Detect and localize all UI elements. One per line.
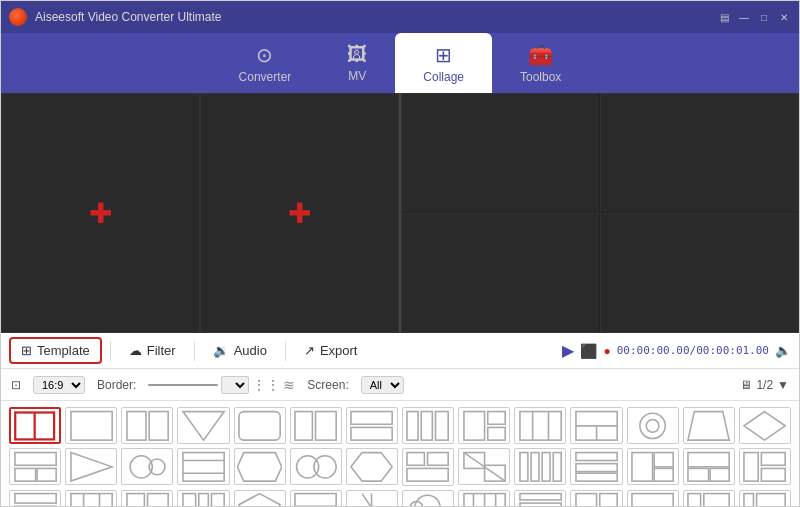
ratio-select[interactable]: 16:9 4:3 1:1 xyxy=(33,376,85,394)
svg-marker-35 xyxy=(237,453,281,482)
template-item-11[interactable] xyxy=(570,407,622,444)
template-item-33[interactable] xyxy=(234,490,286,507)
template-item-40[interactable] xyxy=(627,490,679,507)
video-panel-4[interactable] xyxy=(600,93,799,213)
tab-toolbox-label: Toolbox xyxy=(520,70,561,84)
template-button[interactable]: ⊞ Template xyxy=(9,337,102,364)
template-item-9[interactable] xyxy=(458,407,510,444)
page-chevron[interactable]: ▼ xyxy=(777,378,789,392)
template-item-4[interactable] xyxy=(177,407,229,444)
template-item-20[interactable] xyxy=(290,448,342,485)
template-item-13[interactable] xyxy=(683,407,735,444)
svg-rect-73 xyxy=(211,494,224,506)
maximize-button[interactable]: □ xyxy=(757,10,771,24)
template-item-18[interactable] xyxy=(177,448,229,485)
message-icon[interactable]: ▤ xyxy=(717,10,731,24)
tab-converter-label: Converter xyxy=(239,70,292,84)
tab-collage[interactable]: ⊞ Collage xyxy=(395,33,492,93)
tab-toolbox[interactable]: 🧰 Toolbox xyxy=(492,33,589,93)
toolbar-export-button[interactable]: ↗ Export xyxy=(294,339,368,362)
template-item-12[interactable] xyxy=(627,407,679,444)
svg-marker-5 xyxy=(183,411,224,440)
template-item-27[interactable] xyxy=(683,448,735,485)
record-button[interactable]: ● xyxy=(603,344,610,358)
filter-icon: ☁ xyxy=(129,343,142,358)
divider-1 xyxy=(110,341,111,361)
template-item-24[interactable] xyxy=(514,448,566,485)
tab-collage-label: Collage xyxy=(423,70,464,84)
template-item-31[interactable] xyxy=(121,490,173,507)
svg-rect-87 xyxy=(520,494,561,500)
template-item-2[interactable] xyxy=(65,407,117,444)
bottom-panel: ⊞ Template ☁ Filter 🔉 Audio ↗ Export xyxy=(1,333,799,506)
play-button[interactable]: ▶ xyxy=(562,341,574,360)
volume-icon[interactable]: 🔈 xyxy=(775,343,791,358)
template-item-3[interactable] xyxy=(121,407,173,444)
preview-area: ✚ ✚ xyxy=(1,93,799,333)
template-item-35[interactable] xyxy=(346,490,398,507)
svg-rect-51 xyxy=(576,473,617,481)
tab-converter[interactable]: ⊙ Converter xyxy=(211,33,320,93)
template-item-29[interactable] xyxy=(9,490,61,507)
svg-rect-94 xyxy=(632,494,673,506)
template-item-17[interactable] xyxy=(121,448,173,485)
border-stripes-button[interactable]: ≋ xyxy=(283,377,295,393)
svg-rect-47 xyxy=(542,453,550,482)
minimize-button[interactable]: — xyxy=(737,10,751,24)
template-item-6[interactable] xyxy=(290,407,342,444)
svg-rect-14 xyxy=(464,411,485,440)
template-item-25[interactable] xyxy=(570,448,622,485)
template-item-16[interactable] xyxy=(65,448,117,485)
video-panel-3[interactable] xyxy=(401,93,600,213)
video-panel-1[interactable]: ✚ xyxy=(1,93,200,333)
nav-tabs: ⊙ Converter 🖼 MV ⊞ Collage 🧰 Toolbox xyxy=(1,33,799,93)
template-item-15[interactable] xyxy=(9,448,61,485)
template-item-26[interactable] xyxy=(627,448,679,485)
svg-rect-7 xyxy=(295,411,312,440)
template-item-1[interactable] xyxy=(9,407,61,444)
svg-rect-2 xyxy=(71,411,112,440)
border-dots-button[interactable]: ⋮⋮ xyxy=(252,377,280,393)
stop-button[interactable]: ⬛ xyxy=(580,343,597,359)
svg-rect-59 xyxy=(762,453,786,466)
template-item-41[interactable] xyxy=(683,490,735,507)
template-item-21[interactable] xyxy=(346,448,398,485)
svg-rect-56 xyxy=(688,468,709,481)
template-item-5[interactable] xyxy=(234,407,286,444)
svg-rect-48 xyxy=(553,453,561,482)
svg-rect-27 xyxy=(14,468,35,481)
template-item-8[interactable] xyxy=(402,407,454,444)
template-item-7[interactable] xyxy=(346,407,398,444)
template-item-32[interactable] xyxy=(177,490,229,507)
svg-rect-41 xyxy=(407,468,448,481)
template-item-38[interactable] xyxy=(514,490,566,507)
template-item-10[interactable] xyxy=(514,407,566,444)
svg-rect-91 xyxy=(600,494,617,506)
svg-rect-57 xyxy=(710,468,729,481)
content-wrapper: ✚ ✚ ⊞ Template xyxy=(1,93,799,506)
template-item-23[interactable] xyxy=(458,448,510,485)
border-width-select[interactable]: ─ xyxy=(221,376,249,394)
preview-panels-right xyxy=(401,93,799,333)
template-item-34[interactable] xyxy=(290,490,342,507)
template-item-30[interactable] xyxy=(65,490,117,507)
template-item-36[interactable] xyxy=(402,490,454,507)
divider-2 xyxy=(194,341,195,361)
template-item-28[interactable] xyxy=(739,448,791,485)
template-item-39[interactable] xyxy=(570,490,622,507)
template-item-42[interactable] xyxy=(739,490,791,507)
template-item-37[interactable] xyxy=(458,490,510,507)
screen-select[interactable]: All 1 2 xyxy=(361,376,404,394)
template-item-22[interactable] xyxy=(402,448,454,485)
audio-button[interactable]: 🔉 Audio xyxy=(203,339,277,362)
template-icon: ⊞ xyxy=(21,343,32,358)
video-panel-6[interactable] xyxy=(600,213,799,333)
svg-rect-60 xyxy=(762,468,786,481)
filter-button[interactable]: ☁ Filter xyxy=(119,339,186,362)
tab-mv[interactable]: 🖼 MV xyxy=(319,33,395,93)
template-item-19[interactable] xyxy=(234,448,286,485)
video-panel-2[interactable]: ✚ xyxy=(200,93,399,333)
close-button[interactable]: ✕ xyxy=(777,10,791,24)
video-panel-5[interactable] xyxy=(401,213,600,333)
template-item-14[interactable] xyxy=(739,407,791,444)
